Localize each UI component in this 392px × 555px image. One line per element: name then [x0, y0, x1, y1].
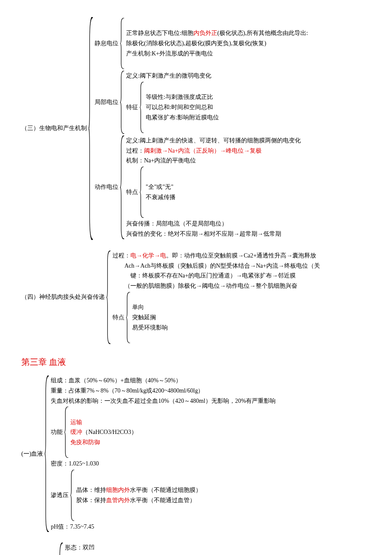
- text: 定义:阈上刺激产生的快速、可逆转、可转播的细胞膜两侧的电变化: [126, 136, 301, 146]
- text: "全"或"无": [146, 182, 176, 192]
- section-3: （三）生物电和产生机制 静息电位 正常静息状态下电位:细胞内负外正(极化状态),…: [21, 17, 371, 240]
- blood-1: (一)血液 组成：血浆（50%～60%）+血细胞（40%～50%） 重量：占体重…: [21, 376, 371, 532]
- text: 失血对机体的影响：一次失血不超过全血10%（420～480ml）无影响，20%有…: [51, 396, 276, 406]
- text: 易受环境影响: [132, 323, 168, 333]
- text: 过程：阈刺激→Na+内流（正反响）→峰电位→复极: [126, 146, 301, 156]
- brace-icon: [119, 136, 126, 239]
- text: 除极化(消除极化状态),超极化(膜内更负),复极化(恢复): [126, 38, 308, 49]
- feat-label: 特点: [126, 187, 139, 197]
- text: 等级性:与刺激强度成正比: [146, 92, 219, 102]
- brace-icon: [69, 470, 76, 521]
- text: 机制：Na+内流的平衡电位: [126, 156, 301, 166]
- text: 过程：电→化学→电。即：动作电位至突触前膜→Ca2+通透性升高→囊泡释放: [112, 251, 320, 261]
- text: Ach→Ach与终板膜（突触后膜）的N型受体结合→Na+内流→终板电位（关: [112, 261, 320, 271]
- brace-icon: [58, 543, 65, 555]
- osm-label: 渗透压: [51, 490, 69, 500]
- brace-icon: [119, 18, 126, 69]
- text: 不衰减传播: [146, 192, 176, 202]
- brace-icon: [139, 167, 146, 218]
- brace-icon: [139, 82, 146, 133]
- text: 密度：1.025~1.030: [51, 459, 276, 469]
- text: 晶体：维持细胞内外水平衡（不能通过细胞膜）: [76, 485, 202, 495]
- brace-icon: [44, 376, 51, 532]
- text: 兴奋传播：局部电流（不是局部电位）: [126, 219, 301, 229]
- b1-title: (一)血液: [21, 449, 44, 459]
- text: 定义:阈下刺激产生的微弱电变化: [126, 71, 219, 81]
- feat-label: 特征: [126, 102, 139, 113]
- text: 组成：血浆（50%～60%）+血细胞（40%～50%）: [51, 376, 276, 386]
- brace-icon: [119, 71, 126, 134]
- brace-icon: [63, 407, 70, 458]
- brace-icon: [88, 17, 95, 240]
- text: 运输: [70, 417, 137, 428]
- text: 产生机制:K+外流形成的平衡电位: [126, 49, 308, 59]
- text: 重量：占体重7%～8%（70～80ml/kg或4200~4800ml/60lg）: [51, 386, 276, 396]
- text: 正常静息状态下电位:细胞内负外正(极化状态),所有其他概念由此导出:: [126, 28, 308, 38]
- brace-icon: [106, 251, 112, 344]
- text: 缓冲（NaHCO3/H2CO3）: [70, 427, 137, 437]
- text: pH值：7.35~7.45: [51, 522, 276, 532]
- text: 突触延搁: [132, 312, 168, 323]
- func-label: 功能: [51, 427, 63, 437]
- text: 形态：双凹: [65, 543, 274, 553]
- text: 兴奋性的变化：绝对不应期→相对不应期→超常期→低常期: [126, 229, 301, 239]
- text: 电紧张扩布:影响附近膜电位: [146, 113, 219, 123]
- s3-title: （三）生物电和产生机制: [21, 123, 88, 133]
- feat-label: 特点: [112, 312, 125, 323]
- text: 键：终板膜不存在Na+的电压门控通道）→电紧张扩布→邻近膜: [112, 271, 320, 281]
- brace-icon: [125, 292, 132, 343]
- resting-label: 静息电位: [95, 38, 119, 49]
- text: 单向: [132, 302, 168, 312]
- text: 免疫和防御: [70, 437, 137, 448]
- s4-title: （四）神经肌肉接头处兴奋传递: [21, 292, 106, 302]
- action-label: 动作电位: [95, 182, 119, 192]
- blood-2: （二）红细胞 形态：双凹 能量来源：糖酵解（因无线粒体） 能量去处 维持钠泵 维…: [21, 543, 371, 555]
- text: 胶体：保持血管内外水平衡（不能通过血管）: [76, 495, 202, 506]
- local-label: 局部电位: [95, 97, 119, 107]
- section-4: （四）神经肌肉接头处兴奋传递 过程：电→化学→电。即：动作电位至突触前膜→Ca2…: [21, 251, 371, 344]
- text: （一般的肌细胞膜）除极化→阈电位→动作电位→整个肌细胞兴奋: [112, 281, 320, 291]
- chapter-title: 第三章 血液: [21, 355, 371, 369]
- text: 可以总和:时间和空间总和: [146, 102, 219, 113]
